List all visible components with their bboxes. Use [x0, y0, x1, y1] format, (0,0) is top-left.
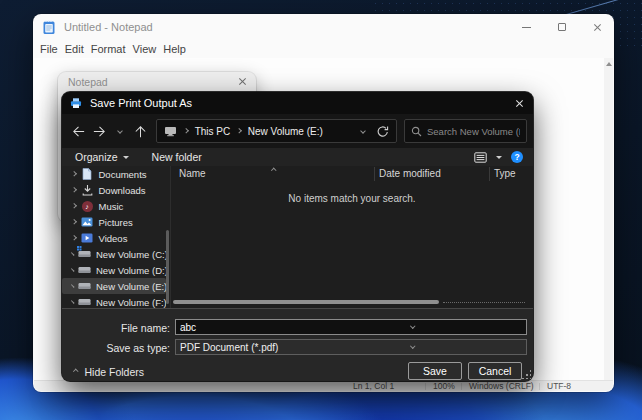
dialog-address-bar: This PC New Volume (E:)	[62, 114, 533, 148]
dialog-close-button[interactable]	[505, 92, 533, 114]
sidebar-item-pictures[interactable]: Pictures	[62, 214, 166, 230]
expander-chevron-icon[interactable]	[71, 204, 76, 209]
music-icon	[81, 200, 94, 213]
sidebar-item-downloads[interactable]: Downloads	[62, 182, 166, 198]
refresh-button[interactable]	[376, 125, 389, 138]
menu-edit[interactable]: Edit	[65, 42, 84, 56]
menu-help[interactable]: Help	[163, 42, 186, 56]
notepad-app-icon	[42, 19, 56, 35]
notepad-window-controls	[509, 14, 614, 40]
back-button[interactable]	[68, 120, 89, 142]
toolbar-right-controls	[474, 151, 523, 163]
expander-chevron-icon[interactable]	[71, 284, 74, 287]
print-window-titlebar: Notepad	[58, 72, 256, 92]
maximize-button[interactable]	[544, 14, 579, 40]
sidebar-item-new-volume-c[interactable]: New Volume (C:)	[62, 246, 166, 262]
view-mode-caret[interactable]	[496, 156, 502, 159]
sidebar-item-documents[interactable]: Documents	[62, 166, 166, 182]
close-button[interactable]	[579, 14, 614, 40]
save-button[interactable]: Save	[408, 362, 462, 380]
column-divider[interactable]	[489, 167, 490, 181]
sidebar-item-label: Downloads	[99, 185, 146, 196]
menu-format[interactable]: Format	[91, 42, 126, 56]
menu-view[interactable]: View	[133, 42, 157, 56]
empty-folder-message: No items match your search.	[171, 193, 533, 204]
search-input[interactable]	[427, 126, 520, 137]
status-encoding: UTF-8	[547, 381, 571, 391]
sidebar-item-new-volume-f[interactable]: New Volume (F:)	[62, 294, 166, 308]
file-name-input[interactable]	[175, 319, 527, 335]
save-dialog: Save Print Output As This PC	[62, 92, 533, 381]
status-cursor-position: Ln 1, Col 1	[353, 381, 394, 391]
recent-locations-button[interactable]	[110, 120, 131, 142]
breadcrumb-new-volume-e[interactable]: New Volume (E:)	[248, 126, 323, 137]
status-separator	[425, 383, 426, 390]
forward-button[interactable]	[89, 120, 110, 142]
sidebar-item-new-volume-e[interactable]: New Volume (E:)	[62, 278, 166, 294]
sidebar-scrollbar[interactable]	[166, 230, 169, 304]
sidebar-item-label: New Volume (F:)	[96, 297, 166, 308]
expander-chevron-icon[interactable]	[71, 188, 76, 193]
minimize-icon	[522, 27, 531, 28]
expander-chevron-icon[interactable]	[71, 220, 76, 225]
resize-grip[interactable]	[521, 369, 531, 379]
windows-logo-badge	[77, 246, 79, 248]
sidebar-item-music[interactable]: Music	[62, 198, 166, 214]
scroll-up-icon	[606, 62, 612, 66]
sort-ascending-icon	[271, 168, 276, 173]
column-header-name[interactable]: Name	[179, 168, 206, 179]
notepad-menubar: File Edit Format View Help	[33, 40, 614, 58]
sidebar-item-label: Pictures	[99, 217, 133, 228]
status-separator	[539, 383, 540, 390]
help-button[interactable]	[511, 151, 523, 163]
breadcrumb-controls	[361, 125, 389, 138]
breadcrumb-this-pc[interactable]: This PC	[195, 126, 231, 137]
search-box[interactable]	[404, 119, 527, 143]
close-icon	[592, 23, 601, 32]
sidebar-item-label: New Volume (D:)	[96, 265, 166, 276]
column-divider[interactable]	[374, 167, 375, 181]
status-line-ending: Windows (CRLF)	[469, 381, 534, 391]
menu-file[interactable]: File	[40, 42, 58, 56]
dialog-title: Save Print Output As	[90, 97, 192, 109]
dialog-titlebar: Save Print Output As	[62, 92, 533, 114]
minimize-button[interactable]	[509, 14, 544, 40]
sidebar-item-label: Videos	[99, 233, 128, 244]
up-button[interactable]	[130, 120, 151, 142]
document-icon	[81, 168, 94, 181]
hide-folders-button[interactable]: Hide Folders	[74, 366, 144, 378]
expander-chevron-icon[interactable]	[71, 268, 74, 271]
breadcrumb[interactable]: This PC New Volume (E:)	[156, 119, 397, 143]
drive-icon	[78, 264, 91, 277]
new-folder-button[interactable]: New folder	[152, 151, 202, 163]
expander-chevron-icon[interactable]	[71, 300, 74, 303]
expander-chevron-icon[interactable]	[71, 252, 74, 255]
navigation-pane: Documents Downloads Music	[62, 166, 170, 308]
chevron-right-icon	[237, 129, 242, 134]
column-headers: Name Date modified Type	[171, 166, 533, 182]
view-mode-button[interactable]	[474, 152, 487, 163]
save-as-type-select[interactable]: PDF Document (*.pdf)	[175, 339, 527, 355]
videos-icon	[81, 232, 94, 245]
sidebar-item-label: New Volume (E:)	[96, 281, 166, 292]
cancel-button[interactable]: Cancel	[468, 362, 522, 380]
horizontal-scrollbar-track[interactable]	[443, 302, 525, 303]
drive-icon	[78, 296, 91, 309]
this-pc-icon	[164, 126, 177, 137]
sidebar-item-label: New Volume (C:)	[96, 249, 166, 260]
print-window-close-button[interactable]	[237, 76, 246, 88]
organize-label: Organize	[75, 151, 118, 163]
file-list: Name Date modified Type No items match y…	[170, 166, 533, 308]
dialog-bottom-panel: File name: Save as type: PDF Document (*…	[62, 308, 533, 381]
expander-chevron-icon[interactable]	[71, 172, 76, 177]
column-header-type[interactable]: Type	[494, 168, 516, 179]
sidebar-item-new-volume-d[interactable]: New Volume (D:)	[62, 262, 166, 278]
column-header-date-modified[interactable]: Date modified	[379, 168, 441, 179]
address-dropdown-button[interactable]	[360, 128, 366, 134]
chevron-down-icon	[117, 128, 123, 134]
organize-button[interactable]: Organize	[75, 151, 129, 163]
expander-chevron-icon[interactable]	[71, 236, 76, 241]
sidebar-item-videos[interactable]: Videos	[62, 230, 166, 246]
horizontal-scrollbar-thumb[interactable]	[173, 300, 439, 304]
notepad-vertical-scrollbar[interactable]	[604, 58, 613, 380]
